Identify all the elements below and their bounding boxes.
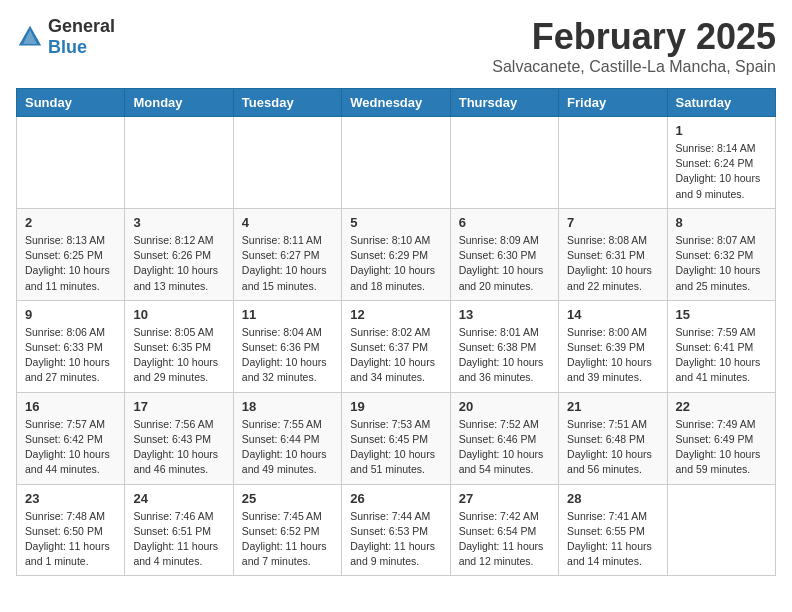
weekday-header-monday: Monday: [125, 89, 233, 117]
day-number: 1: [676, 123, 767, 138]
day-number: 25: [242, 491, 333, 506]
calendar-cell: [233, 117, 341, 209]
calendar-cell: [559, 117, 667, 209]
day-number: 8: [676, 215, 767, 230]
calendar-cell: 23Sunrise: 7:48 AM Sunset: 6:50 PM Dayli…: [17, 484, 125, 576]
day-number: 13: [459, 307, 550, 322]
calendar-cell: 17Sunrise: 7:56 AM Sunset: 6:43 PM Dayli…: [125, 392, 233, 484]
day-info: Sunrise: 8:14 AM Sunset: 6:24 PM Dayligh…: [676, 141, 767, 202]
logo-blue: Blue: [48, 37, 87, 57]
calendar-table: SundayMondayTuesdayWednesdayThursdayFrid…: [16, 88, 776, 576]
day-number: 21: [567, 399, 658, 414]
calendar-cell: 25Sunrise: 7:45 AM Sunset: 6:52 PM Dayli…: [233, 484, 341, 576]
calendar-cell: [125, 117, 233, 209]
day-number: 12: [350, 307, 441, 322]
weekday-header-thursday: Thursday: [450, 89, 558, 117]
day-number: 22: [676, 399, 767, 414]
calendar-week-row: 9Sunrise: 8:06 AM Sunset: 6:33 PM Daylig…: [17, 300, 776, 392]
day-info: Sunrise: 8:10 AM Sunset: 6:29 PM Dayligh…: [350, 233, 441, 294]
day-number: 20: [459, 399, 550, 414]
calendar-cell: 28Sunrise: 7:41 AM Sunset: 6:55 PM Dayli…: [559, 484, 667, 576]
day-number: 9: [25, 307, 116, 322]
day-number: 14: [567, 307, 658, 322]
day-info: Sunrise: 7:41 AM Sunset: 6:55 PM Dayligh…: [567, 509, 658, 570]
day-number: 10: [133, 307, 224, 322]
day-number: 28: [567, 491, 658, 506]
calendar-cell: [667, 484, 775, 576]
logo-icon: [16, 23, 44, 51]
day-info: Sunrise: 7:49 AM Sunset: 6:49 PM Dayligh…: [676, 417, 767, 478]
calendar-cell: 27Sunrise: 7:42 AM Sunset: 6:54 PM Dayli…: [450, 484, 558, 576]
day-info: Sunrise: 7:57 AM Sunset: 6:42 PM Dayligh…: [25, 417, 116, 478]
logo-general: General: [48, 16, 115, 36]
calendar-cell: 14Sunrise: 8:00 AM Sunset: 6:39 PM Dayli…: [559, 300, 667, 392]
day-number: 15: [676, 307, 767, 322]
day-number: 11: [242, 307, 333, 322]
calendar-cell: 18Sunrise: 7:55 AM Sunset: 6:44 PM Dayli…: [233, 392, 341, 484]
day-number: 18: [242, 399, 333, 414]
title-block: February 2025 Salvacanete, Castille-La M…: [492, 16, 776, 76]
day-info: Sunrise: 8:08 AM Sunset: 6:31 PM Dayligh…: [567, 233, 658, 294]
weekday-header-wednesday: Wednesday: [342, 89, 450, 117]
day-number: 5: [350, 215, 441, 230]
day-number: 26: [350, 491, 441, 506]
day-info: Sunrise: 8:01 AM Sunset: 6:38 PM Dayligh…: [459, 325, 550, 386]
calendar-cell: 9Sunrise: 8:06 AM Sunset: 6:33 PM Daylig…: [17, 300, 125, 392]
day-info: Sunrise: 7:53 AM Sunset: 6:45 PM Dayligh…: [350, 417, 441, 478]
day-info: Sunrise: 8:05 AM Sunset: 6:35 PM Dayligh…: [133, 325, 224, 386]
weekday-header-row: SundayMondayTuesdayWednesdayThursdayFrid…: [17, 89, 776, 117]
day-info: Sunrise: 8:09 AM Sunset: 6:30 PM Dayligh…: [459, 233, 550, 294]
calendar-cell: 7Sunrise: 8:08 AM Sunset: 6:31 PM Daylig…: [559, 208, 667, 300]
calendar-cell: [17, 117, 125, 209]
day-info: Sunrise: 8:11 AM Sunset: 6:27 PM Dayligh…: [242, 233, 333, 294]
day-number: 4: [242, 215, 333, 230]
day-info: Sunrise: 8:07 AM Sunset: 6:32 PM Dayligh…: [676, 233, 767, 294]
day-info: Sunrise: 7:48 AM Sunset: 6:50 PM Dayligh…: [25, 509, 116, 570]
day-number: 6: [459, 215, 550, 230]
day-info: Sunrise: 8:06 AM Sunset: 6:33 PM Dayligh…: [25, 325, 116, 386]
calendar-cell: 8Sunrise: 8:07 AM Sunset: 6:32 PM Daylig…: [667, 208, 775, 300]
day-info: Sunrise: 8:12 AM Sunset: 6:26 PM Dayligh…: [133, 233, 224, 294]
day-number: 16: [25, 399, 116, 414]
weekday-header-friday: Friday: [559, 89, 667, 117]
calendar-cell: 2Sunrise: 8:13 AM Sunset: 6:25 PM Daylig…: [17, 208, 125, 300]
page-header: General Blue February 2025 Salvacanete, …: [16, 16, 776, 76]
day-info: Sunrise: 7:45 AM Sunset: 6:52 PM Dayligh…: [242, 509, 333, 570]
calendar-week-row: 1Sunrise: 8:14 AM Sunset: 6:24 PM Daylig…: [17, 117, 776, 209]
day-info: Sunrise: 7:55 AM Sunset: 6:44 PM Dayligh…: [242, 417, 333, 478]
day-info: Sunrise: 7:56 AM Sunset: 6:43 PM Dayligh…: [133, 417, 224, 478]
weekday-header-saturday: Saturday: [667, 89, 775, 117]
day-number: 23: [25, 491, 116, 506]
calendar-cell: 4Sunrise: 8:11 AM Sunset: 6:27 PM Daylig…: [233, 208, 341, 300]
day-info: Sunrise: 8:04 AM Sunset: 6:36 PM Dayligh…: [242, 325, 333, 386]
day-info: Sunrise: 7:46 AM Sunset: 6:51 PM Dayligh…: [133, 509, 224, 570]
day-number: 17: [133, 399, 224, 414]
day-info: Sunrise: 7:51 AM Sunset: 6:48 PM Dayligh…: [567, 417, 658, 478]
day-info: Sunrise: 8:02 AM Sunset: 6:37 PM Dayligh…: [350, 325, 441, 386]
weekday-header-tuesday: Tuesday: [233, 89, 341, 117]
calendar-cell: 19Sunrise: 7:53 AM Sunset: 6:45 PM Dayli…: [342, 392, 450, 484]
day-number: 24: [133, 491, 224, 506]
calendar-week-row: 16Sunrise: 7:57 AM Sunset: 6:42 PM Dayli…: [17, 392, 776, 484]
month-title: February 2025: [492, 16, 776, 58]
calendar-cell: 12Sunrise: 8:02 AM Sunset: 6:37 PM Dayli…: [342, 300, 450, 392]
calendar-cell: 6Sunrise: 8:09 AM Sunset: 6:30 PM Daylig…: [450, 208, 558, 300]
day-info: Sunrise: 8:13 AM Sunset: 6:25 PM Dayligh…: [25, 233, 116, 294]
day-number: 3: [133, 215, 224, 230]
calendar-cell: 26Sunrise: 7:44 AM Sunset: 6:53 PM Dayli…: [342, 484, 450, 576]
calendar-cell: 1Sunrise: 8:14 AM Sunset: 6:24 PM Daylig…: [667, 117, 775, 209]
day-info: Sunrise: 8:00 AM Sunset: 6:39 PM Dayligh…: [567, 325, 658, 386]
calendar-week-row: 23Sunrise: 7:48 AM Sunset: 6:50 PM Dayli…: [17, 484, 776, 576]
weekday-header-sunday: Sunday: [17, 89, 125, 117]
calendar-cell: 24Sunrise: 7:46 AM Sunset: 6:51 PM Dayli…: [125, 484, 233, 576]
day-number: 7: [567, 215, 658, 230]
calendar-cell: 5Sunrise: 8:10 AM Sunset: 6:29 PM Daylig…: [342, 208, 450, 300]
calendar-cell: 10Sunrise: 8:05 AM Sunset: 6:35 PM Dayli…: [125, 300, 233, 392]
day-info: Sunrise: 7:52 AM Sunset: 6:46 PM Dayligh…: [459, 417, 550, 478]
day-info: Sunrise: 7:59 AM Sunset: 6:41 PM Dayligh…: [676, 325, 767, 386]
calendar-cell: 20Sunrise: 7:52 AM Sunset: 6:46 PM Dayli…: [450, 392, 558, 484]
day-number: 27: [459, 491, 550, 506]
location-title: Salvacanete, Castille-La Mancha, Spain: [492, 58, 776, 76]
day-number: 19: [350, 399, 441, 414]
calendar-cell: [450, 117, 558, 209]
